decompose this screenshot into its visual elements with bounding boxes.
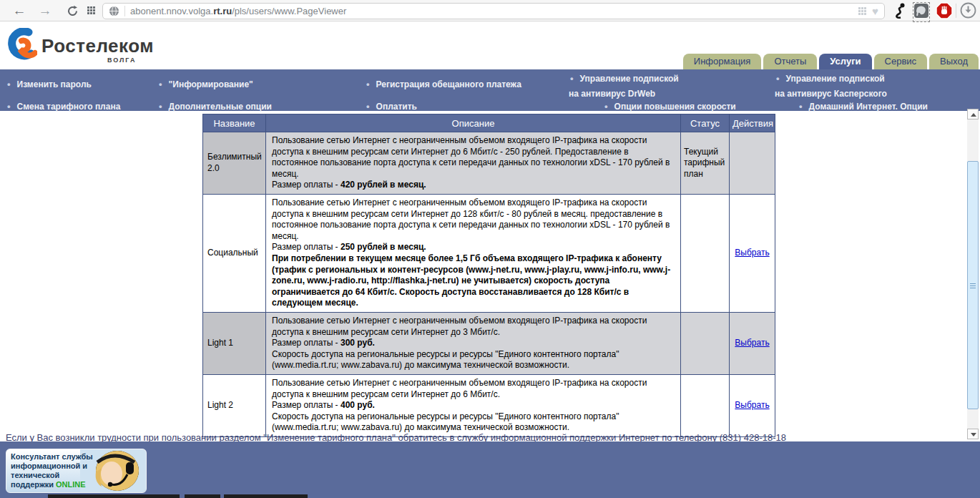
services-menubar: Изменить пароль "Информирование" Регистр… [0,69,980,111]
scroll-up-button[interactable] [967,109,979,119]
choose-link[interactable]: Выбрать [735,248,769,258]
tab-information[interactable]: Информация [683,54,762,69]
screen: ← → abonent.nnov.volga.rt.ru/pls/users/w… [0,0,980,498]
taskbar-strip [224,494,308,498]
tariff-name: Light 2 [203,374,266,436]
site-header: Ростелеком ВОЛГА Информация Отчеты Услуг… [0,22,980,69]
tariff-description: Пользование сетью Интернет с неограничен… [266,374,681,436]
logo-subtitle: ВОЛГА [107,57,136,64]
table-row: Безлимитный 2.0 Пользование сетью Интерн… [203,132,775,195]
toolbar-separator [956,4,956,18]
tariff-name: Безлимитный 2.0 [203,132,266,195]
download-icon[interactable] [960,2,976,21]
tariff-status [681,194,730,312]
column-header-actions: Действия [730,114,775,132]
scroll-down-button[interactable] [967,429,979,439]
column-header-desc: Описание [266,114,681,132]
menu-drweb-subscription[interactable]: Управление подпиской [570,73,679,84]
address-bar[interactable]: abonent.nnov.volga.rt.ru/pls/users/www.P… [102,3,885,19]
globe-icon [109,6,119,16]
scrollbar-thumb[interactable] [967,161,979,409]
online-consultant-banner[interactable]: Консультант службы информационной и техн… [6,449,147,493]
apps-grid-icon[interactable] [87,6,96,15]
taskbar-strip [185,494,220,498]
tariff-table: Название Описание Статус Действия Безлим… [202,114,775,437]
reload-button[interactable] [63,4,82,22]
menu-change-tariff[interactable]: Смена тарифного плана [7,101,120,112]
menu-kaspersky-subscription[interactable]: Управление подпиской [776,73,885,84]
scroll-up-icon [971,113,976,117]
tariff-status: Текущий тарифный план [681,132,730,195]
url-text: abonent.nnov.volga.rt.ru/pls/users/www.P… [130,6,346,16]
menu-promised-payment[interactable]: Регистрация обещанного платежа [366,79,521,89]
tariff-status [681,312,730,374]
tariff-action-cell: Выбрать [730,374,775,436]
column-header-status: Статус [681,114,730,132]
bottom-bar: Консультант службы информационной и техн… [0,441,980,498]
tariff-status [681,374,730,436]
menu-informing[interactable]: "Информирование" [159,79,253,89]
tariff-description: Пользование сетью Интернет с неограничен… [266,312,681,374]
tab-reports[interactable]: Отчеты [763,54,817,69]
menu-kaspersky-subscription-line2[interactable]: на антивирус Касперского [775,89,887,99]
tariff-action-cell [730,132,775,195]
pen-extension-icon[interactable] [893,3,906,21]
evernote-extension-icon[interactable] [913,2,930,22]
banner-text: Консультант службы информационной и техн… [11,452,93,489]
column-header-name: Название [203,114,266,132]
online-label: ONLINE [56,480,86,489]
menu-pay[interactable]: Оплатить [366,101,417,112]
browser-toolbar: ← → abonent.nnov.volga.rt.ru/pls/users/w… [0,0,980,21]
taskbar-strip [48,494,180,498]
tariff-name: Социальный [203,194,266,312]
menu-drweb-subscription-line2[interactable]: на антивирус DrWeb [569,89,655,99]
table-row: Социальный Пользование сетью Интернет с … [203,194,775,312]
back-arrow-icon: ← [13,3,26,18]
table-row: Light 1 Пользование сетью Интернет с нео… [203,312,775,374]
reload-icon [67,5,79,17]
table-row: Light 2 Пользование сетью Интернет с нео… [203,374,775,436]
tariff-action-cell: Выбрать [730,194,775,312]
forward-button[interactable]: → [36,1,54,20]
menu-change-password[interactable]: Изменить пароль [7,79,92,89]
favorites-heart-icon[interactable]: ♥ [872,6,878,16]
menu-home-internet-options[interactable]: Домашний Интернет. Опции [799,101,928,112]
tariff-action-cell: Выбрать [730,312,775,374]
adblock-stop-icon[interactable] [936,2,953,22]
forward-arrow-icon: → [39,3,52,18]
table-header-row: Название Описание Статус Действия [203,114,775,132]
page-scrollbar[interactable] [967,109,979,439]
tab-service[interactable]: Сервис [874,54,928,69]
bookmark-grid-icon[interactable] [858,7,867,16]
tab-services[interactable]: Услуги [819,54,871,69]
url-separator [124,6,125,16]
tariff-description: Пользование сетью Интернет с неограничен… [266,194,681,312]
logo-title: Ростелеком [41,35,154,57]
scroll-down-icon [971,433,976,436]
tariff-description: Пользование сетью Интернет с неограничен… [266,132,681,195]
back-button[interactable]: ← [10,1,29,20]
rostelecom-logo-icon [7,28,37,62]
choose-link[interactable]: Выбрать [735,338,769,348]
tariff-name: Light 1 [203,312,266,374]
choose-link[interactable]: Выбрать [735,400,769,410]
top-tabs: Информация Отчеты Услуги Сервис Выход [683,54,979,69]
menu-extra-options[interactable]: Дополнительные опции [159,101,272,112]
tab-exit[interactable]: Выход [929,54,979,69]
menu-speed-options[interactable]: Опции повышения скорости [604,101,736,112]
scrollbar-grip-icon [970,283,976,290]
